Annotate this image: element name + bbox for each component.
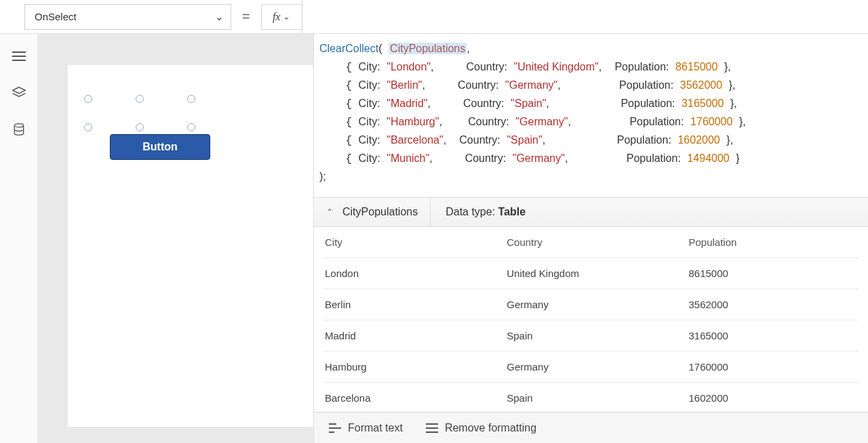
canvas-area[interactable]: Button — [38, 34, 313, 443]
table-cell: Madrid — [323, 320, 505, 352]
remove-formatting-label: Remove formatting — [445, 422, 536, 434]
chevron-up-icon: ⌃ — [326, 207, 333, 217]
layers-icon[interactable] — [12, 85, 26, 100]
canvas-button-control[interactable]: Button — [110, 134, 210, 160]
equals-label: = — [242, 9, 250, 24]
table-header-cell[interactable]: City — [323, 227, 505, 258]
formula-bar: OnSelect ⌄ = fx ⌄ — [0, 0, 868, 34]
artboard[interactable]: Button — [68, 65, 313, 427]
table-cell: 1602000 — [688, 383, 859, 413]
table-cell: United Kingdom — [505, 258, 687, 289]
remove-formatting-button[interactable]: Remove formatting — [426, 422, 536, 434]
format-text-icon — [329, 423, 341, 433]
datatype-value: Table — [498, 206, 526, 217]
table-header-row: CityCountryPopulation — [323, 227, 859, 258]
right-panel: ClearCollect( CityPopulations, { City: "… — [313, 34, 868, 443]
table-cell: Berlin — [323, 289, 505, 320]
datatype-bar: ⌃ CityPopulations Data type: Table — [314, 197, 868, 227]
resize-handle[interactable] — [84, 95, 92, 103]
table-header-cell[interactable]: Country — [505, 227, 687, 258]
resize-handle[interactable] — [187, 123, 195, 131]
format-text-label: Format text — [348, 422, 403, 434]
database-icon[interactable] — [12, 122, 26, 137]
selection-wrapper: Button — [88, 99, 191, 127]
footer-bar: Format text Remove formatting — [314, 412, 868, 443]
table-row[interactable]: HamburgGermany1760000 — [323, 352, 859, 383]
table-cell: Germany — [505, 352, 687, 383]
data-table: CityCountryPopulation LondonUnited Kingd… — [314, 227, 868, 412]
svg-marker-0 — [12, 87, 24, 93]
table-cell: 8615000 — [688, 258, 859, 289]
table-cell: 3165000 — [688, 320, 859, 352]
table-cell: Germany — [505, 289, 687, 320]
table-row[interactable]: BerlinGermany3562000 — [323, 289, 859, 320]
table-row[interactable]: MadridSpain3165000 — [323, 320, 859, 352]
table-header-cell[interactable]: Population — [688, 227, 859, 258]
table-cell: Barcelona — [323, 383, 505, 413]
resize-handle[interactable] — [84, 123, 92, 131]
chevron-down-icon: ⌄ — [283, 12, 290, 22]
remove-formatting-icon — [426, 423, 438, 433]
hamburger-icon[interactable] — [12, 49, 26, 64]
table-cell: Hamburg — [323, 352, 505, 383]
table-cell: 3562000 — [688, 289, 859, 320]
table-row[interactable]: LondonUnited Kingdom8615000 — [323, 258, 859, 289]
formula-editor[interactable]: ClearCollect( CityPopulations, { City: "… — [314, 34, 868, 197]
collection-name: CityPopulations — [342, 206, 418, 218]
svg-point-1 — [14, 124, 23, 127]
table-cell: Spain — [505, 383, 687, 413]
datatype-label: Data type: — [446, 206, 498, 217]
property-selector[interactable]: OnSelect ⌄ — [24, 4, 231, 30]
resize-handle[interactable] — [136, 95, 144, 103]
table-cell: 1760000 — [688, 352, 859, 383]
datatype-label-wrap: Data type: Table — [431, 206, 540, 218]
table-cell: London — [323, 258, 505, 289]
left-sidebar — [0, 34, 38, 443]
formula-editor-top-strip[interactable] — [302, 0, 868, 34]
format-text-button[interactable]: Format text — [329, 422, 403, 434]
property-name: OnSelect — [35, 11, 77, 22]
fx-label: fx — [273, 11, 281, 23]
collection-toggle[interactable]: ⌃ CityPopulations — [314, 198, 431, 226]
resize-handle[interactable] — [136, 123, 144, 131]
table-cell: Spain — [505, 320, 687, 352]
chevron-down-icon: ⌄ — [215, 11, 224, 23]
canvas-button-label: Button — [142, 141, 178, 153]
fx-button[interactable]: fx ⌄ — [261, 4, 302, 30]
table-body: LondonUnited Kingdom8615000BerlinGermany… — [323, 258, 859, 413]
resize-handle[interactable] — [187, 95, 195, 103]
table-row[interactable]: BarcelonaSpain1602000 — [323, 383, 859, 413]
